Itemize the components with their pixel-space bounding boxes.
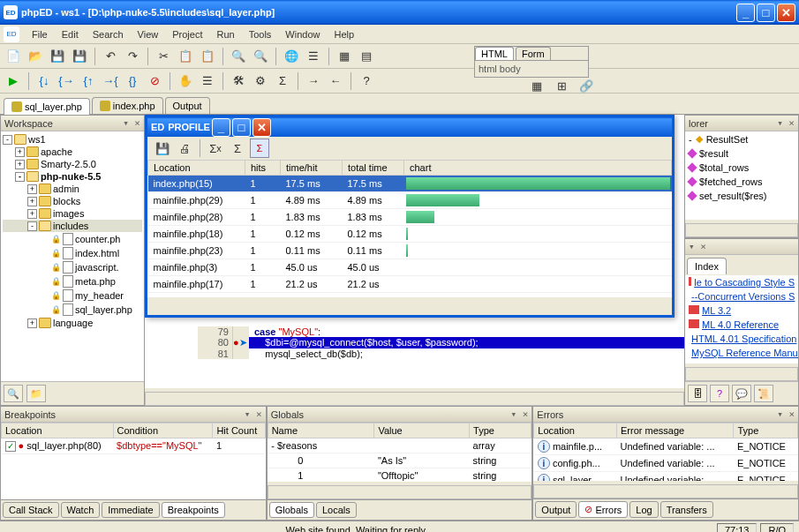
profile-sigma1-button[interactable]: Σx xyxy=(206,139,225,158)
ws-tool2-button[interactable]: 📁 xyxy=(26,385,46,402)
browser-button[interactable]: 🌐 xyxy=(282,47,301,66)
tools-button[interactable]: 🛠 xyxy=(229,71,248,91)
paste-button[interactable]: 📋 xyxy=(198,47,217,66)
copy-button[interactable]: 📋 xyxy=(176,47,195,66)
reference-link[interactable]: ML 3.2 xyxy=(685,303,798,318)
menu-tools[interactable]: Tools xyxy=(242,27,279,41)
editor-hscroll[interactable] xyxy=(145,392,684,406)
profile-dialog[interactable]: ED PROFILE _ □ ✕ 💾 🖨 Σx Σ Σ xyxy=(145,115,675,318)
menu-file[interactable]: File xyxy=(25,27,55,41)
tree-node[interactable]: +blocks xyxy=(3,195,142,207)
col-timehit[interactable]: time/hit xyxy=(281,161,343,176)
profile-maximize-button[interactable]: □ xyxy=(232,118,251,137)
eval-button[interactable]: Σ xyxy=(273,71,292,91)
options-button[interactable]: ⚙ xyxy=(251,71,270,91)
reference-link[interactable]: HTML 4.01 Specification xyxy=(685,332,798,346)
tab-watch[interactable]: Watch xyxy=(61,502,101,518)
css-tool-icon[interactable]: ▦ xyxy=(527,76,546,95)
breakpoints-grid[interactable]: LocationConditionHit Count ✓ ● sql_layer… xyxy=(1,423,266,499)
tree-node[interactable]: +images xyxy=(3,207,142,220)
reference-link[interactable]: ML 4.0 Reference xyxy=(685,318,798,332)
tree-node[interactable]: 🔒sql_layer.php xyxy=(3,303,142,317)
code-editor[interactable]: 79case "MySQL":80●➤ $dbi=@mysql_connect(… xyxy=(198,326,684,388)
trace-button[interactable]: {} xyxy=(123,71,142,91)
tree-node[interactable]: -includes xyxy=(3,220,142,232)
tab-form[interactable]: Form xyxy=(516,47,551,60)
profile-close-button[interactable]: ✕ xyxy=(253,118,271,137)
reference-link[interactable]: le to Cascading Style S xyxy=(685,275,798,289)
stepout-button[interactable]: {↑ xyxy=(79,71,98,91)
profile-sigma2-button[interactable]: Σ xyxy=(228,139,247,158)
findnext-button[interactable]: 🔍 xyxy=(251,47,270,66)
tab-immediate[interactable]: Immediate xyxy=(102,502,159,518)
undo-button[interactable]: ↶ xyxy=(101,47,120,66)
stepinto-button[interactable]: {↓ xyxy=(34,71,54,91)
menu-help[interactable]: Help xyxy=(327,27,361,41)
ref-db-button[interactable]: 🗄 xyxy=(688,385,707,402)
profile-row[interactable]: mainfile.php(23)10.11 ms0.11 ms xyxy=(148,243,672,259)
col-hits[interactable]: hits xyxy=(245,161,281,176)
glob-close-icon[interactable]: ▾ × xyxy=(510,408,528,420)
refs-close-icon[interactable]: ▾ × xyxy=(689,241,706,252)
tab-output[interactable]: Output xyxy=(165,97,210,114)
reference-link[interactable]: MySQL Reference Manual xyxy=(685,346,798,360)
tab-html[interactable]: HTML xyxy=(475,47,514,60)
errors-hscroll[interactable] xyxy=(533,484,798,498)
col-chart[interactable]: chart xyxy=(404,161,672,176)
find-button[interactable]: 🔍 xyxy=(229,47,248,66)
profile-print-button[interactable]: 🖨 xyxy=(175,139,194,158)
html-breadcrumb[interactable]: html body xyxy=(475,61,588,77)
help-button[interactable]: ? xyxy=(357,71,376,91)
goto-button[interactable]: → xyxy=(304,71,323,91)
col-location[interactable]: Location xyxy=(148,161,245,176)
profile-row[interactable]: mainfile.php(3)145.0 us45.0 us xyxy=(148,259,672,276)
profile-row[interactable]: mainfile.php(28)11.83 ms1.83 ms xyxy=(148,209,672,226)
tab-transfers[interactable]: Transfers xyxy=(660,501,713,518)
ref-chat-button[interactable]: 💬 xyxy=(732,385,751,402)
tab-callstack[interactable]: Call Stack xyxy=(3,502,59,518)
link-tool-icon[interactable]: 🔗 xyxy=(577,76,596,95)
menu-view[interactable]: View xyxy=(131,27,166,41)
tree-node[interactable]: 🔒my_header xyxy=(3,288,142,303)
refs-hscroll[interactable] xyxy=(685,367,798,381)
ref-script-button[interactable]: 📜 xyxy=(754,385,773,402)
explorer-close-icon[interactable]: ▾ × xyxy=(777,117,795,129)
watch-button[interactable]: ☰ xyxy=(198,71,217,91)
menu-window[interactable]: Window xyxy=(278,27,327,41)
runto-button[interactable]: →{ xyxy=(101,71,120,91)
profile-sigma3-button[interactable]: Σ xyxy=(250,139,269,158)
menu-search[interactable]: Search xyxy=(86,27,131,41)
col-totaltime[interactable]: total time xyxy=(343,161,404,176)
minimize-button[interactable]: _ xyxy=(736,4,755,22)
open-button[interactable]: 📂 xyxy=(26,47,45,66)
resultset-tree[interactable]: -◆ResultSet $result $total_rows $fetched… xyxy=(685,131,798,220)
tab-sql-layer[interactable]: sql_layer.php xyxy=(4,98,90,115)
profile-row[interactable]: mainfile.php(30)117.9 us17.9 us xyxy=(148,293,672,298)
tab-index[interactable]: index.php xyxy=(92,97,163,114)
ref-help-button[interactable]: ? xyxy=(710,385,729,402)
profile-row[interactable]: index.php(15)117.5 ms17.5 ms xyxy=(148,176,672,192)
menu-project[interactable]: Project xyxy=(165,27,209,41)
tab-globals[interactable]: Globals xyxy=(269,502,314,518)
maximize-button[interactable]: □ xyxy=(757,4,775,22)
tab-output-bottom[interactable]: Output xyxy=(535,501,577,518)
breakpoint-row[interactable]: ✓ ● sql_layer.php(80) $dbtype=="MySQL" 1 xyxy=(2,438,266,454)
stop-button[interactable]: ⊘ xyxy=(145,71,164,91)
err-close-icon[interactable]: ▾ × xyxy=(777,408,795,420)
tree-node[interactable]: 🔒javascript. xyxy=(3,260,142,274)
profile-minimize-button[interactable]: _ xyxy=(212,118,230,137)
workspace-close-icon[interactable]: ▾ × xyxy=(123,117,140,129)
saveall-button[interactable]: 💾 xyxy=(70,47,89,66)
bp-close-icon[interactable]: ▾ × xyxy=(245,408,262,420)
profile-save-button[interactable]: 💾 xyxy=(153,139,172,158)
tab-locals[interactable]: Locals xyxy=(316,502,357,518)
tab-index-ref[interactable]: Index xyxy=(687,258,727,274)
error-row[interactable]: i config.ph...Undefined variable: ...E_N… xyxy=(534,455,798,472)
reference-link[interactable]: --Concurrent Versions S xyxy=(685,289,798,303)
tab-breakpoints[interactable]: Breakpoints xyxy=(162,502,225,518)
checkbox-icon[interactable]: ✓ xyxy=(5,441,16,452)
explorer-hscroll[interactable] xyxy=(685,223,798,237)
tab-errors[interactable]: ⊘Errors xyxy=(578,501,628,518)
workspace-tree[interactable]: -ws1 +apache+Smarty-2.5.0-php-nuke-5.5+a… xyxy=(1,131,144,381)
breakpoint-button[interactable]: ✋ xyxy=(176,71,195,91)
